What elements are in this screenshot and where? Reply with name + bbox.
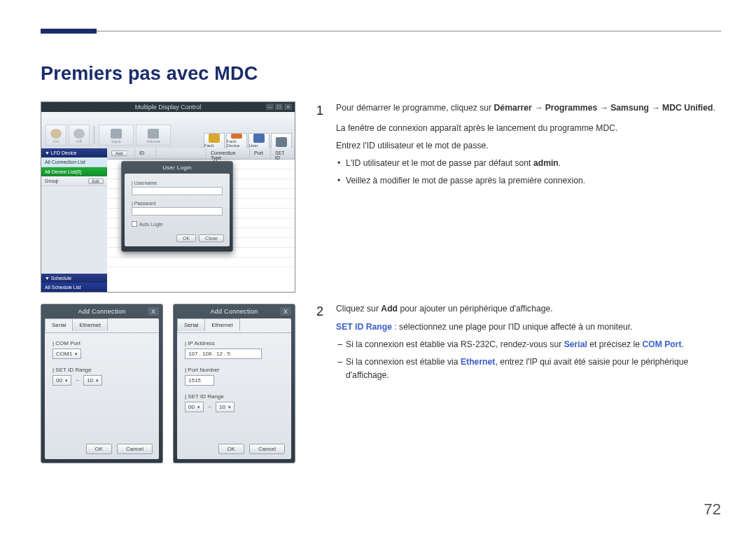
connection-tabs: Serial Ethernet bbox=[45, 318, 159, 331]
input-button[interactable]: Input bbox=[99, 125, 134, 146]
setid-to-select[interactable]: 10▾ bbox=[83, 375, 102, 386]
cancel-button[interactable]: Cancel bbox=[117, 444, 153, 454]
com-port-select[interactable]: COM1▾ bbox=[52, 349, 81, 359]
page-number: 72 bbox=[704, 500, 721, 519]
col-id: ID bbox=[135, 148, 156, 159]
password-label: | Password bbox=[132, 201, 223, 206]
chevron-down-icon: ▾ bbox=[96, 378, 99, 384]
user-login-dialog: User Login | Username | Password Auto bbox=[121, 161, 233, 252]
ok-button[interactable]: OK bbox=[86, 444, 113, 454]
setid-from-select[interactable]: 00▾ bbox=[52, 375, 71, 386]
step2-dash2: Si la connexion est établie via Ethernet… bbox=[346, 356, 721, 382]
setid-range-label: | SET ID Range bbox=[52, 367, 151, 373]
port-number-input[interactable]: 1515 bbox=[185, 375, 214, 386]
tab-serial[interactable]: Serial bbox=[45, 318, 73, 331]
volume-button[interactable]: Volume bbox=[136, 125, 171, 146]
ribbon-toolbar: On Off Input Volume Fault Device (0) Fau… bbox=[41, 112, 295, 148]
close-icon[interactable]: X bbox=[280, 307, 291, 316]
dialog-title: User Login bbox=[122, 162, 232, 174]
col-port: Port bbox=[250, 148, 271, 159]
page-title: Premiers pas avec MDC bbox=[41, 63, 721, 85]
chevron-down-icon: ▾ bbox=[65, 378, 68, 384]
tab-serial[interactable]: Serial bbox=[177, 318, 205, 331]
connection-tabs: Serial Ethernet bbox=[177, 318, 291, 331]
step-number: 1 bbox=[316, 101, 326, 192]
port-number-label: | Port Number bbox=[185, 367, 284, 373]
sidebar-all-connection[interactable]: All Connection List bbox=[41, 157, 107, 167]
com-port-label: | COM Port bbox=[52, 340, 151, 346]
power-off-button[interactable]: Off bbox=[69, 125, 90, 146]
window-control-buttons: –□× bbox=[266, 104, 292, 110]
chevron-down-icon: ▾ bbox=[197, 405, 200, 410]
chevron-down-icon: ▾ bbox=[228, 405, 231, 410]
auto-login-checkbox[interactable] bbox=[132, 221, 137, 227]
power-on-button[interactable]: On bbox=[46, 125, 66, 146]
step1-bullet1: L'ID utilisateur et le mot de passe par … bbox=[346, 157, 715, 170]
step1-line2: La fenêtre de connexion apparaît après l… bbox=[336, 122, 715, 135]
sidebar-lfd-header[interactable]: ▼ LFD Device bbox=[41, 148, 107, 157]
cancel-button[interactable]: Cancel bbox=[249, 444, 285, 454]
step-2: 2 Cliquez sur Add pour ajouter un périph… bbox=[316, 302, 721, 387]
add-connection-ethernet-dialog: Add Connection X Serial Ethernet | IP Ad… bbox=[173, 304, 295, 463]
step1-line3: Entrez l'ID utilisateur et le mot de pas… bbox=[336, 139, 715, 153]
sidebar-all-device[interactable]: All Device List(0) bbox=[41, 167, 107, 176]
logout-icon bbox=[276, 137, 287, 147]
step2-setid: SET ID Range : sélectionnez une plage po… bbox=[336, 321, 721, 334]
col-setid: SET ID bbox=[271, 148, 295, 159]
step1-intro: Pour démarrer le programme, cliquez sur … bbox=[336, 101, 715, 115]
dialog-title: Add Connection bbox=[41, 304, 162, 318]
setid-from-select[interactable]: 00▾ bbox=[185, 402, 204, 412]
sidebar: ▼ LFD Device All Connection List All Dev… bbox=[41, 148, 107, 292]
alert-icon bbox=[231, 134, 242, 139]
group-edit-button[interactable]: Edit bbox=[88, 178, 104, 184]
step2-dash1: Si la connexion est établie via RS-232C,… bbox=[346, 338, 721, 351]
screenshot-mdc-main: Multiple Display Control –□× Home Pictur… bbox=[41, 101, 295, 293]
sidebar-all-schedule[interactable]: All Schedule List bbox=[41, 283, 107, 292]
add-connection-serial-dialog: Add Connection X Serial Ethernet | COM P… bbox=[41, 304, 163, 463]
login-close-button[interactable]: Close bbox=[199, 234, 224, 242]
ip-address-label: | IP Address bbox=[185, 340, 284, 346]
sidebar-group-row: Group Edit bbox=[41, 176, 107, 186]
tab-ethernet[interactable]: Ethernet bbox=[204, 318, 239, 331]
login-ok-button[interactable]: OK bbox=[176, 234, 196, 242]
ok-button[interactable]: OK bbox=[218, 444, 245, 454]
col-conn-type: Connection Type bbox=[206, 148, 250, 159]
step-1: 1 Pour démarrer le programme, cliquez su… bbox=[316, 101, 721, 192]
setid-range-label: | SET ID Range bbox=[185, 393, 284, 400]
dialog-title: Add Connection bbox=[174, 304, 295, 318]
chevron-down-icon: ▾ bbox=[75, 351, 78, 357]
warning-icon bbox=[209, 134, 220, 143]
mdc-window-title: Multiple Display Control bbox=[41, 104, 295, 111]
user-icon bbox=[253, 134, 265, 143]
password-input[interactable] bbox=[132, 207, 223, 216]
add-button[interactable]: Add bbox=[111, 150, 127, 156]
sidebar-schedule-header[interactable]: ▼ Schedule bbox=[41, 274, 107, 283]
username-label: | Username bbox=[132, 181, 223, 185]
step-number: 2 bbox=[316, 302, 326, 387]
ip-address-input[interactable]: 107 . 108 . 12 . 5 bbox=[185, 349, 262, 359]
step1-bullet2: Veillez à modifier le mot de passe après… bbox=[346, 174, 715, 188]
step2-intro: Cliquez sur Add pour ajouter un périphér… bbox=[336, 302, 721, 316]
tab-ethernet[interactable]: Ethernet bbox=[72, 318, 107, 331]
header-rule bbox=[41, 31, 721, 31]
close-icon[interactable]: X bbox=[148, 307, 159, 316]
auto-login-label: Auto Login bbox=[139, 222, 162, 227]
setid-to-select[interactable]: 10▾ bbox=[216, 402, 234, 412]
username-input[interactable] bbox=[132, 187, 223, 195]
